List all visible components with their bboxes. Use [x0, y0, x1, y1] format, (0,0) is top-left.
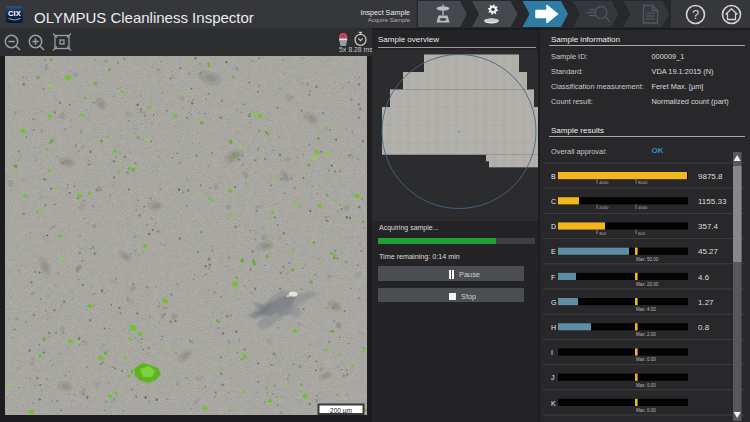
svg-text:4000: 4000: [599, 180, 609, 185]
svg-text:Max: 20.00: Max: 20.00: [636, 282, 659, 287]
svg-text:F: F: [551, 274, 555, 281]
svg-text:600: 600: [638, 231, 646, 236]
svg-text:0.8: 0.8: [698, 323, 710, 332]
svg-text:Max: 0.00: Max: 0.00: [636, 357, 656, 362]
svg-text:J: J: [551, 374, 555, 381]
svg-text:357.4: 357.4: [698, 222, 719, 231]
svg-text:4000: 4000: [638, 205, 648, 210]
svg-text:45.27: 45.27: [698, 247, 719, 256]
svg-text:C: C: [551, 198, 556, 205]
svg-text:1155.33: 1155.33: [698, 197, 727, 206]
svg-text:Max: 4.00: Max: 4.00: [636, 307, 656, 312]
svg-text:K: K: [551, 400, 556, 407]
svg-text:Max: 50.00: Max: 50.00: [636, 257, 659, 262]
svg-text:2000: 2000: [599, 205, 609, 210]
svg-text:G: G: [551, 299, 556, 306]
svg-text:E: E: [551, 248, 556, 255]
svg-text:4.6: 4.6: [698, 273, 710, 282]
svg-text:1.27: 1.27: [698, 298, 714, 307]
svg-text:H: H: [551, 324, 556, 331]
svg-text:9875.8: 9875.8: [698, 172, 723, 181]
svg-text:Max: 2.00: Max: 2.00: [636, 332, 656, 337]
svg-text:D: D: [551, 223, 556, 230]
svg-text:B: B: [551, 173, 556, 180]
svg-text:300: 300: [599, 231, 607, 236]
svg-text:8000: 8000: [638, 180, 648, 185]
svg-text:Max: 0.00: Max: 0.00: [636, 408, 656, 413]
svg-text:Max: 0.00: Max: 0.00: [636, 383, 656, 388]
svg-text:I: I: [551, 349, 553, 356]
